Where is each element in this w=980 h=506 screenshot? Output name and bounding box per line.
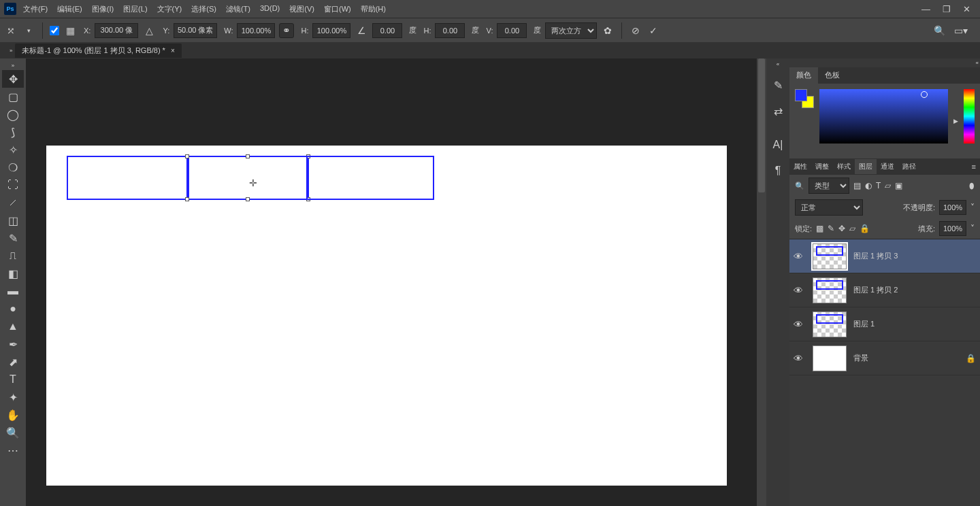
quick-select-tool[interactable]: ❍ [2, 158, 24, 176]
layer-thumbnail[interactable] [813, 311, 847, 337]
type-tool[interactable]: T [2, 371, 24, 388]
eraser-tool[interactable]: ◧ [2, 265, 24, 282]
tab-close-icon[interactable]: × [171, 47, 175, 54]
tab-color[interactable]: 颜色 [789, 67, 818, 84]
lock-pixels-icon[interactable]: ▩ [816, 224, 823, 233]
tab-styles[interactable]: 样式 [833, 159, 855, 174]
layer-name[interactable]: 图层 1 拷贝 3 [853, 251, 976, 261]
delta-icon[interactable]: △ [142, 24, 156, 37]
hand-tool[interactable]: ✋ [2, 406, 24, 424]
color-picker-ring[interactable] [921, 91, 928, 98]
menu-type[interactable]: 文字(Y) [157, 4, 182, 14]
menu-filter[interactable]: 滤镜(T) [226, 4, 250, 14]
visibility-toggle-icon[interactable]: 👁 [794, 353, 806, 364]
eyedropper-tool[interactable]: ⟋ [2, 194, 24, 212]
maximize-icon[interactable]: ❐ [943, 4, 951, 14]
menu-3d[interactable]: 3D(D) [260, 4, 280, 14]
filter-smart-icon[interactable]: ▣ [895, 181, 902, 190]
elliptical-marquee-tool[interactable]: ◯ [2, 105, 24, 123]
pen-tool[interactable]: ✒ [2, 335, 24, 353]
search-icon[interactable]: 🔍 [932, 24, 946, 37]
menu-view[interactable]: 视图(V) [289, 4, 314, 14]
transform-handle-nw[interactable] [185, 154, 189, 158]
character-panel-icon[interactable]: A| [770, 137, 786, 153]
transform-handle-n[interactable] [246, 154, 250, 158]
magic-wand-tool[interactable]: ✧ [2, 141, 24, 158]
document-tab[interactable]: 未标题-1 @ 100% (图层 1 拷贝 3, RGB/8) * × [15, 44, 181, 58]
layer-name[interactable]: 背景 [853, 353, 959, 363]
layer-name[interactable]: 图层 1 [853, 319, 976, 329]
crop-tool[interactable]: ⛶ [2, 176, 24, 194]
layer-thumbnail[interactable] [813, 277, 847, 303]
move-tool[interactable]: ✥ [2, 70, 24, 88]
edit-toolbar[interactable]: ⋯ [2, 441, 24, 459]
lasso-tool[interactable]: ⟆ [2, 123, 24, 141]
rectangular-marquee-tool[interactable]: ▢ [2, 88, 24, 105]
tab-swatches[interactable]: 色板 [818, 67, 847, 84]
layer-row[interactable]: 👁图层 1 拷贝 2 [789, 273, 980, 307]
blur-tool[interactable]: ● [2, 300, 24, 318]
lock-brush-icon[interactable]: ✎ [828, 224, 834, 233]
zoom-tool[interactable]: 🔍 [2, 424, 24, 441]
w-input[interactable] [237, 23, 275, 38]
opacity-input[interactable] [939, 200, 966, 215]
menu-file[interactable]: 文件(F) [23, 4, 48, 14]
lock-artboard-icon[interactable]: ▱ [849, 224, 855, 233]
menu-layer[interactable]: 图层(L) [123, 4, 147, 14]
panel-menu-icon[interactable]: ≡ [968, 163, 980, 171]
filter-pixel-icon[interactable]: ▤ [853, 181, 861, 190]
fill-dropdown-icon[interactable]: ˅ [970, 224, 975, 233]
brush-settings-icon[interactable]: ⇄ [770, 103, 786, 119]
vertical-scrollbar[interactable] [757, 58, 766, 506]
hskew-input[interactable] [435, 23, 465, 38]
canvas[interactable]: ✛ [46, 146, 727, 486]
foreground-color[interactable] [795, 89, 807, 101]
transform-tool-icon[interactable]: ⤱ [4, 24, 18, 37]
opacity-dropdown-icon[interactable]: ˅ [970, 203, 975, 212]
color-field[interactable] [819, 89, 948, 144]
blend-mode-select[interactable]: 正常 [795, 199, 863, 216]
menu-help[interactable]: 帮助(H) [361, 4, 386, 14]
interpolation-select[interactable]: 两次立方 [545, 22, 597, 39]
panel-collapse-icon[interactable]: « [789, 58, 980, 67]
tab-channels[interactable]: 通道 [877, 159, 898, 174]
dodge-tool[interactable]: ▲ [2, 318, 24, 335]
link-icon[interactable]: ⚭ [279, 23, 294, 38]
menu-window[interactable]: 窗口(W) [324, 4, 351, 14]
commit-transform-icon[interactable]: ✓ [647, 24, 660, 37]
layer-row[interactable]: 👁背景🔒 [789, 341, 980, 375]
filter-type-icon[interactable]: T [876, 181, 881, 190]
minimize-icon[interactable]: — [921, 4, 930, 14]
transform-handle-sw[interactable] [185, 197, 189, 201]
scrollbar-thumb[interactable] [758, 58, 765, 192]
filter-adjust-icon[interactable]: ◐ [865, 181, 872, 190]
auto-select-checkbox[interactable] [50, 26, 59, 35]
reference-point-icon[interactable]: ▦ [63, 24, 77, 37]
visibility-toggle-icon[interactable]: 👁 [794, 319, 806, 330]
paragraph-panel-icon[interactable]: ¶ [770, 163, 786, 179]
hue-slider-arrow[interactable]: ▶ [953, 118, 958, 124]
layer-name[interactable]: 图层 1 拷贝 2 [853, 285, 976, 295]
layer-filter-type-select[interactable]: 类型 [808, 178, 849, 194]
panel-expand-icon[interactable]: » [7, 48, 15, 54]
frame-tool[interactable]: ◫ [2, 212, 24, 229]
tab-paths[interactable]: 路径 [898, 159, 920, 174]
warp-icon[interactable]: ✿ [601, 24, 615, 37]
dropdown-icon[interactable]: ▾ [22, 24, 35, 37]
menu-select[interactable]: 选择(S) [191, 4, 216, 14]
shape-tool[interactable]: ✦ [2, 388, 24, 406]
lock-all-icon[interactable]: 🔒 [860, 224, 870, 233]
toolbar-expand-icon[interactable]: » [10, 61, 16, 70]
brush-panel-icon[interactable]: ✎ [770, 77, 786, 93]
layer-thumbnail[interactable] [813, 243, 847, 269]
brush-tool[interactable]: ✎ [2, 229, 24, 247]
menu-image[interactable]: 图像(I) [92, 4, 114, 14]
close-icon[interactable]: ✕ [963, 4, 970, 14]
gradient-tool[interactable]: ▬ [2, 282, 24, 300]
transform-center-icon[interactable]: ✛ [249, 178, 257, 188]
filter-toggle[interactable]: ⬮ [969, 181, 975, 190]
layer-row[interactable]: 👁图层 1 [789, 307, 980, 341]
x-input[interactable] [95, 23, 138, 38]
strip-collapse-icon[interactable]: « [777, 61, 779, 67]
path-select-tool[interactable]: ⬈ [2, 353, 24, 371]
